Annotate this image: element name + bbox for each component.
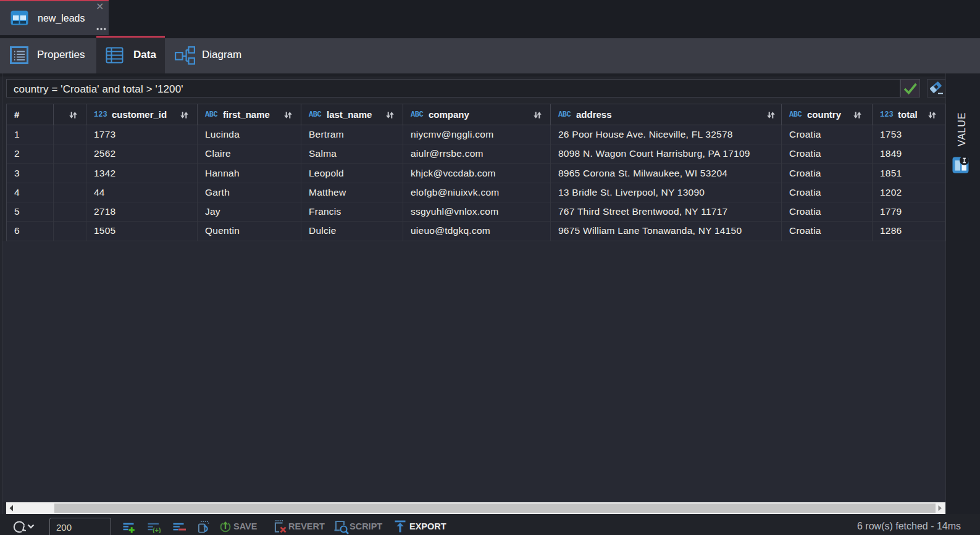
- svg-text:(+): (+): [153, 526, 161, 533]
